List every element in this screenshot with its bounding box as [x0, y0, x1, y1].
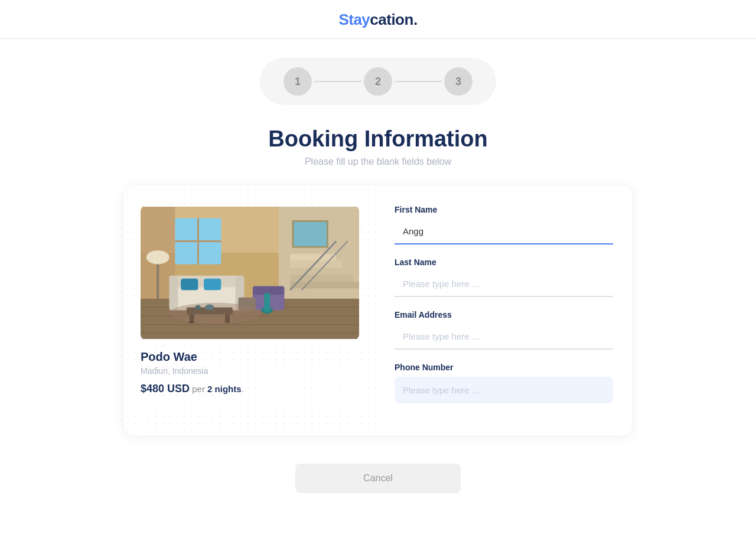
- phone-label: Phone Number: [395, 363, 613, 372]
- page-title-section: Booking Information Please fill up the b…: [0, 126, 756, 167]
- step-connector-1-2: [314, 81, 361, 82]
- svg-point-39: [170, 303, 262, 324]
- property-name: Podo Wae: [141, 350, 359, 364]
- price-per: per: [192, 384, 205, 394]
- first-name-group: First Name: [395, 205, 613, 244]
- price-period: .: [242, 384, 244, 394]
- last-name-group: Last Name: [395, 257, 613, 297]
- property-image-wrapper: [141, 205, 359, 341]
- email-input[interactable]: [395, 324, 613, 350]
- svg-point-36: [146, 250, 170, 264]
- email-group: Email Address: [395, 310, 613, 350]
- steps-container: 1 2 3: [0, 58, 756, 105]
- logo-cation-text: cation.: [370, 11, 417, 28]
- last-name-label: Last Name: [395, 257, 613, 267]
- first-name-label: First Name: [395, 205, 613, 214]
- app-header: Staycation.: [0, 0, 756, 39]
- page-subtitle: Please fill up the blank fields below: [0, 156, 756, 167]
- last-name-input[interactable]: [395, 272, 613, 297]
- email-label: Email Address: [395, 310, 613, 319]
- step-connector-2-3: [395, 81, 442, 82]
- svg-rect-14: [293, 221, 327, 247]
- phone-group: Phone Number: [395, 363, 613, 403]
- form-panel: First Name Last Name Email Address Phone…: [376, 186, 632, 435]
- svg-rect-23: [170, 276, 178, 310]
- booking-card: Podo Wae Madiun, Indonesia $480 USD per …: [124, 186, 632, 435]
- cancel-button[interactable]: Cancel: [295, 464, 461, 493]
- svg-rect-8: [290, 254, 336, 261]
- phone-input[interactable]: [395, 377, 613, 403]
- price-amount: $480 USD: [141, 383, 190, 394]
- step-1[interactable]: 1: [284, 67, 312, 96]
- bottom-actions: Cancel: [0, 464, 756, 493]
- main-content: Podo Wae Madiun, Indonesia $480 USD per …: [0, 186, 756, 435]
- property-panel: Podo Wae Madiun, Indonesia $480 USD per …: [124, 186, 376, 435]
- svg-rect-26: [204, 279, 221, 290]
- price-nights: 2 nights: [207, 384, 242, 394]
- svg-rect-25: [181, 279, 198, 290]
- property-price: $480 USD per 2 nights.: [141, 383, 359, 395]
- logo-stay-text: Stay: [338, 11, 370, 28]
- steps-wrapper: 1 2 3: [260, 58, 496, 105]
- svg-rect-4: [290, 282, 359, 289]
- property-location: Madiun, Indonesia: [141, 366, 359, 376]
- first-name-input[interactable]: [395, 219, 613, 244]
- svg-rect-38: [264, 293, 270, 311]
- step-3[interactable]: 3: [444, 67, 472, 96]
- app-logo: Staycation.: [338, 11, 417, 29]
- page-title: Booking Information: [0, 126, 756, 152]
- step-2[interactable]: 2: [364, 67, 392, 96]
- property-image: [141, 205, 359, 341]
